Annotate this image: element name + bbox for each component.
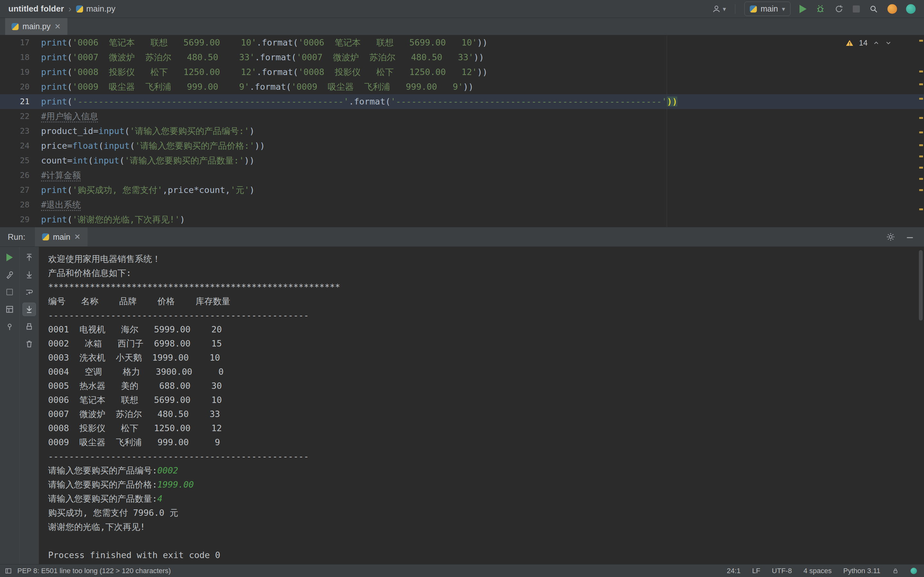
line-number[interactable]: 21 — [0, 94, 41, 109]
close-tab-icon[interactable]: ✕ — [55, 23, 61, 31]
python-interpreter[interactable]: Python 3.11 — [843, 567, 880, 575]
code-line-23[interactable]: 23product_id=input('请输入您要购买的产品编号:') — [0, 124, 924, 139]
layout-icon — [5, 305, 14, 314]
rerun-button[interactable] — [3, 251, 16, 264]
search-everywhere-button[interactable] — [869, 4, 879, 14]
warning-count: 14 — [859, 39, 867, 47]
run-tab-main[interactable]: main ✕ — [35, 227, 87, 247]
close-run-tab-icon[interactable]: ✕ — [74, 233, 81, 241]
stop-button[interactable] — [853, 5, 860, 13]
line-number[interactable]: 22 — [0, 109, 41, 124]
warning-stripe-mark[interactable] — [919, 83, 923, 85]
tool-window-toggle-icon[interactable] — [5, 567, 12, 575]
code-line-17[interactable]: 17print('0006 笔记本 联想 5699.00 10'.format(… — [0, 35, 924, 50]
console-line: 0004 空调 格力 3900.00 0 — [48, 365, 924, 379]
line-number[interactable]: 25 — [0, 153, 41, 168]
code-line-29[interactable]: 29print('谢谢您的光临,下次再见!') — [0, 212, 924, 227]
read-lock-icon[interactable] — [892, 567, 899, 574]
stop-process-button[interactable] — [3, 285, 16, 299]
console-line: 0003 洗衣机 小天鹅 1999.00 10 — [48, 351, 924, 365]
warning-stripe-mark[interactable] — [919, 131, 923, 133]
run-tab-label: main — [53, 232, 70, 242]
status-bar-right: 24:1 LF UTF-8 4 spaces Python 3.11 — [727, 567, 924, 575]
warning-stripe-mark[interactable] — [919, 40, 923, 42]
code-text: print('0007 微波炉 苏泊尔 480.50 33'.format('0… — [41, 50, 484, 65]
code-line-22[interactable]: 22#用户输入信息 — [0, 109, 924, 124]
line-number[interactable]: 27 — [0, 183, 41, 197]
run-button[interactable] — [800, 5, 806, 13]
line-number[interactable]: 19 — [0, 65, 41, 79]
warning-stripe-mark[interactable] — [919, 167, 923, 169]
code-text: print('0009 吸尘器 飞利浦 999.00 9'.format('00… — [41, 79, 473, 94]
console-line: 编号 名称 品牌 价格 库存数量 — [48, 294, 924, 308]
pin-tab-button[interactable] — [3, 320, 16, 334]
warning-stripe-mark[interactable] — [919, 144, 923, 146]
up-stack-trace-button[interactable] — [23, 251, 36, 264]
warning-stripe-mark[interactable] — [919, 155, 923, 157]
line-number[interactable]: 28 — [0, 197, 41, 212]
run-panel-title: Run: — [0, 232, 25, 242]
warning-stripe-mark[interactable] — [919, 117, 923, 119]
code-line-28[interactable]: 28#退出系统 — [0, 197, 924, 212]
coverage-button[interactable] — [834, 4, 844, 14]
code-line-25[interactable]: 25count=int(input('请输入您要购买的产品数量:')) — [0, 153, 924, 168]
code-line-21[interactable]: 21print('-------------------------------… — [0, 94, 924, 109]
code-editor[interactable]: 17print('0006 笔记本 联想 5699.00 10'.format(… — [0, 35, 924, 227]
soft-wrap-button[interactable] — [23, 285, 36, 299]
code-line-27[interactable]: 27print('购买成功, 您需支付',price*count,'元') — [0, 183, 924, 197]
user-account-button[interactable]: ▾ — [712, 5, 726, 13]
code-text: #退出系统 — [41, 197, 81, 212]
minimize-icon[interactable] — [905, 232, 914, 242]
prev-warning-icon[interactable] — [873, 39, 880, 47]
status-bar: PEP 8: E501 line too long (122 > 120 cha… — [0, 564, 924, 577]
console-scrollbar-thumb[interactable] — [919, 250, 923, 321]
restore-layout-button[interactable] — [3, 303, 16, 316]
print-button[interactable] — [23, 320, 36, 334]
console-line: 请输入您要购买的产品价格:1999.00 — [48, 478, 924, 492]
next-warning-icon[interactable] — [885, 39, 892, 47]
error-stripe[interactable] — [918, 35, 924, 227]
warning-stripe-mark[interactable] — [919, 98, 923, 100]
warning-stripe-mark[interactable] — [919, 71, 923, 73]
line-separator[interactable]: LF — [752, 567, 760, 575]
notifications-icon[interactable] — [887, 4, 897, 14]
file-encoding[interactable]: UTF-8 — [772, 567, 792, 575]
caret-position[interactable]: 24:1 — [727, 567, 740, 575]
run-config-dropdown[interactable]: main ▾ — [744, 2, 790, 16]
line-number[interactable]: 26 — [0, 168, 41, 183]
line-number[interactable]: 20 — [0, 79, 41, 94]
indent-style[interactable]: 4 spaces — [803, 567, 832, 575]
breadcrumb-file[interactable]: main.py — [76, 4, 115, 14]
settings-gear-icon[interactable] — [886, 232, 895, 242]
line-number[interactable]: 24 — [0, 139, 41, 153]
run-settings-button[interactable] — [3, 268, 16, 282]
scroll-to-end-icon — [25, 305, 34, 314]
warning-stripe-mark[interactable] — [919, 189, 923, 191]
code-line-24[interactable]: 24price=float(input('请输入您要购买的产品价格:')) — [0, 139, 924, 153]
inspections-widget[interactable]: 14 — [845, 39, 892, 47]
line-number[interactable]: 23 — [0, 124, 41, 139]
clear-console-button[interactable] — [23, 337, 36, 351]
code-line-19[interactable]: 19print('0008 投影仪 松下 1250.00 12'.format(… — [0, 65, 924, 79]
editor-tab-main-py[interactable]: main.py ✕ — [5, 18, 67, 35]
breadcrumb-folder[interactable]: untitled folder — [8, 4, 64, 14]
console-user-input: 1999.00 — [157, 480, 194, 490]
warning-stripe-mark[interactable] — [919, 178, 923, 180]
console-output[interactable]: 欢迎使用家用电器销售系统！产品和价格信息如下:*****************… — [39, 247, 924, 564]
code-line-20[interactable]: 20print('0009 吸尘器 飞利浦 999.00 9'.format('… — [0, 79, 924, 94]
code-line-18[interactable]: 18print('0007 微波炉 苏泊尔 480.50 33'.format(… — [0, 50, 924, 65]
console-line: 0007 微波炉 苏泊尔 480.50 33 — [48, 407, 924, 421]
ide-updates-icon[interactable] — [906, 4, 916, 14]
scroll-to-end-button[interactable] — [23, 303, 36, 316]
status-indicator-icon[interactable] — [911, 568, 917, 574]
line-number[interactable]: 17 — [0, 35, 41, 50]
down-stack-trace-button[interactable] — [23, 268, 36, 282]
warning-stripe-mark[interactable] — [919, 208, 923, 210]
arrow-down-icon — [25, 270, 34, 279]
debug-button[interactable] — [816, 4, 825, 14]
code-line-26[interactable]: 26#计算金额 — [0, 168, 924, 183]
run-toolbar — [0, 247, 39, 564]
line-number[interactable]: 29 — [0, 212, 41, 227]
line-number[interactable]: 18 — [0, 50, 41, 65]
code-text: product_id=input('请输入您要购买的产品编号:') — [41, 124, 254, 139]
